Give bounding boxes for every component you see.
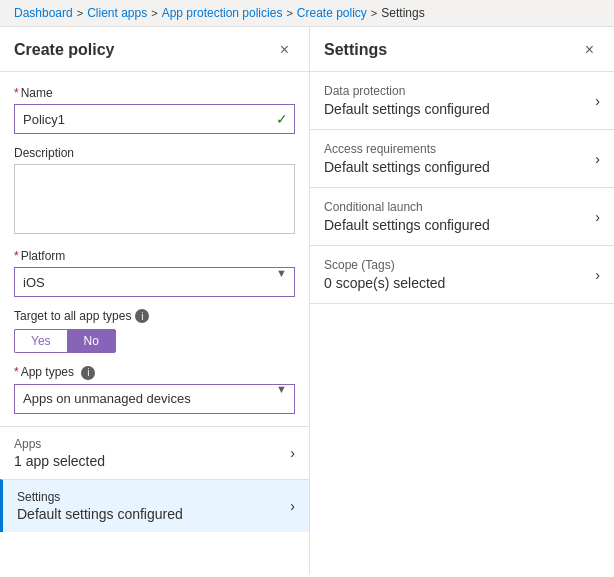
nav-item-settings-value: Default settings configured	[17, 506, 183, 522]
breadcrumb-dashboard[interactable]: Dashboard	[14, 6, 73, 20]
settings-panel-title: Settings	[324, 41, 387, 59]
settings-item-data-protection-value: Default settings configured	[324, 101, 490, 117]
target-no-button[interactable]: No	[67, 329, 116, 353]
nav-item-apps-title: Apps	[14, 437, 105, 451]
target-info-icon[interactable]: i	[135, 309, 149, 323]
left-panel-body: *Name ✓ Description *Platform iOS	[0, 72, 309, 414]
left-panel: Create policy × *Name ✓ Description	[0, 27, 310, 574]
description-input[interactable]	[14, 164, 295, 234]
nav-item-settings-title: Settings	[17, 490, 183, 504]
left-panel-close-button[interactable]: ×	[274, 39, 295, 61]
app-types-required-star: *	[14, 365, 19, 379]
breadcrumb-sep-1: >	[77, 7, 83, 19]
settings-item-conditional-launch[interactable]: Conditional launch Default settings conf…	[310, 188, 614, 246]
right-panel: Settings × Data protection Default setti…	[310, 27, 614, 574]
settings-item-scope-tags-chevron-icon: ›	[595, 267, 600, 283]
app-types-field-wrapper: *App types i Apps on unmanaged devices A…	[14, 365, 295, 414]
nav-item-apps-content: Apps 1 app selected	[14, 437, 105, 469]
breadcrumb: Dashboard > Client apps > App protection…	[0, 0, 614, 27]
platform-select[interactable]: iOS Android	[14, 267, 295, 297]
settings-item-scope-tags-value: 0 scope(s) selected	[324, 275, 445, 291]
name-input[interactable]	[23, 112, 286, 127]
app-types-select[interactable]: Apps on unmanaged devices All apps Apps …	[14, 384, 295, 414]
app-types-info-icon[interactable]: i	[81, 366, 95, 380]
breadcrumb-sep-4: >	[371, 7, 377, 19]
target-label: Target to all app types i	[14, 309, 295, 323]
settings-item-access-requirements[interactable]: Access requirements Default settings con…	[310, 130, 614, 188]
create-policy-title: Create policy	[14, 41, 114, 59]
settings-item-access-requirements-content: Access requirements Default settings con…	[324, 142, 490, 175]
platform-label: *Platform	[14, 249, 295, 263]
main-content: Create policy × *Name ✓ Description	[0, 27, 614, 574]
platform-field-wrapper: *Platform iOS Android ▼	[14, 249, 295, 297]
name-input-box[interactable]: ✓	[14, 104, 295, 134]
settings-item-access-requirements-value: Default settings configured	[324, 159, 490, 175]
breadcrumb-sep-3: >	[286, 7, 292, 19]
nav-item-settings-content: Settings Default settings configured	[17, 490, 183, 522]
description-label: Description	[14, 146, 295, 160]
breadcrumb-app-protection[interactable]: App protection policies	[162, 6, 283, 20]
nav-item-apps-value: 1 app selected	[14, 453, 105, 469]
breadcrumb-client-apps[interactable]: Client apps	[87, 6, 147, 20]
nav-item-apps[interactable]: Apps 1 app selected ›	[0, 426, 309, 479]
platform-required-star: *	[14, 249, 19, 263]
settings-item-scope-tags-content: Scope (Tags) 0 scope(s) selected	[324, 258, 445, 291]
app-types-label: *App types i	[14, 365, 295, 380]
target-toggle-group: Yes No	[14, 329, 295, 353]
settings-item-data-protection-content: Data protection Default settings configu…	[324, 84, 490, 117]
name-field-wrapper: *Name ✓	[14, 86, 295, 134]
breadcrumb-create-policy[interactable]: Create policy	[297, 6, 367, 20]
breadcrumb-sep-2: >	[151, 7, 157, 19]
settings-list: Data protection Default settings configu…	[310, 72, 614, 304]
settings-item-data-protection-chevron-icon: ›	[595, 93, 600, 109]
nav-item-settings[interactable]: Settings Default settings configured ›	[0, 479, 309, 532]
target-yes-button[interactable]: Yes	[14, 329, 67, 353]
settings-item-scope-tags-title: Scope (Tags)	[324, 258, 445, 272]
right-panel-close-button[interactable]: ×	[579, 39, 600, 61]
settings-item-access-requirements-title: Access requirements	[324, 142, 490, 156]
left-panel-header: Create policy ×	[0, 27, 309, 72]
nav-item-settings-chevron-icon: ›	[290, 498, 295, 514]
name-required-star: *	[14, 86, 19, 100]
settings-item-access-requirements-chevron-icon: ›	[595, 151, 600, 167]
settings-item-conditional-launch-content: Conditional launch Default settings conf…	[324, 200, 490, 233]
settings-item-conditional-launch-chevron-icon: ›	[595, 209, 600, 225]
settings-item-conditional-launch-title: Conditional launch	[324, 200, 490, 214]
description-field-wrapper: Description	[14, 146, 295, 237]
name-check-icon: ✓	[276, 111, 288, 127]
breadcrumb-settings: Settings	[381, 6, 424, 20]
nav-item-apps-chevron-icon: ›	[290, 445, 295, 461]
settings-item-data-protection[interactable]: Data protection Default settings configu…	[310, 72, 614, 130]
right-panel-header: Settings ×	[310, 27, 614, 72]
settings-item-scope-tags[interactable]: Scope (Tags) 0 scope(s) selected ›	[310, 246, 614, 304]
name-label: *Name	[14, 86, 295, 100]
target-app-types-section: Target to all app types i Yes No	[14, 309, 295, 353]
settings-item-conditional-launch-value: Default settings configured	[324, 217, 490, 233]
settings-item-data-protection-title: Data protection	[324, 84, 490, 98]
